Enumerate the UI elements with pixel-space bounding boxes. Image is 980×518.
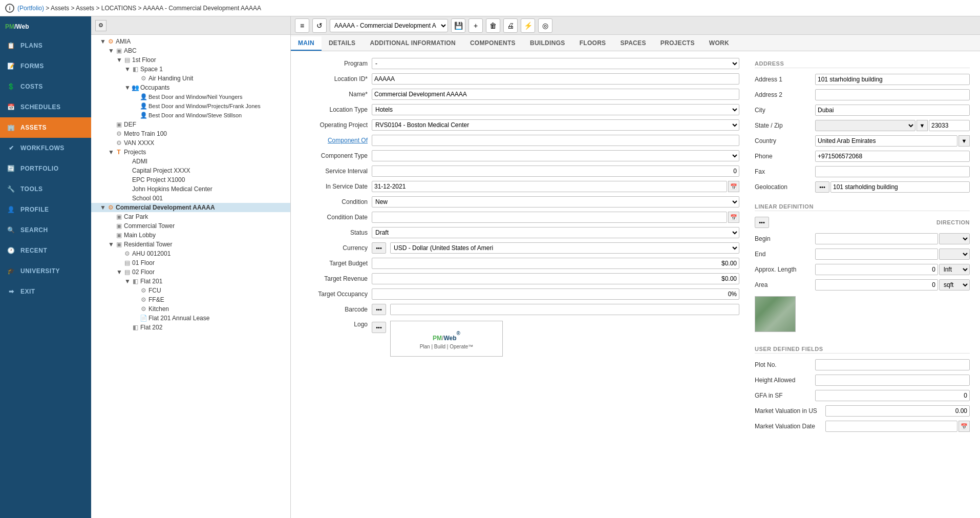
sidebar-item-portfolio[interactable]: 🔄 PORTFOLIO bbox=[0, 158, 91, 179]
program-select[interactable]: - bbox=[372, 58, 739, 69]
country-input[interactable] bbox=[815, 135, 957, 147]
tab-projects[interactable]: PROJECTS bbox=[653, 36, 702, 51]
in-service-date-input[interactable] bbox=[372, 181, 727, 192]
service-interval-input[interactable] bbox=[372, 165, 739, 177]
gfa-sf-input[interactable] bbox=[815, 390, 970, 401]
end-unit-select[interactable] bbox=[939, 248, 970, 260]
save-btn[interactable]: 💾 bbox=[451, 18, 465, 33]
tab-floors[interactable]: FLOORS bbox=[572, 36, 613, 51]
tab-details[interactable]: DETAILS bbox=[322, 36, 363, 51]
address2-input[interactable] bbox=[815, 89, 970, 100]
sidebar-item-profile[interactable]: 👤 PROFILE bbox=[0, 199, 91, 220]
tree-node-school[interactable]: School 001 bbox=[91, 194, 290, 203]
approx-length-unit-select[interactable]: lnft bbox=[939, 264, 970, 275]
state-select[interactable] bbox=[815, 120, 915, 131]
tree-node-epc[interactable]: EPC Project X1000 bbox=[91, 175, 290, 184]
sidebar-item-exit[interactable]: ➡ EXIT bbox=[0, 281, 91, 302]
target-revenue-input[interactable] bbox=[372, 273, 739, 284]
barcode-dots-btn[interactable]: ••• bbox=[372, 304, 386, 315]
tree-node-occupant2[interactable]: 👤 Best Door and Window/Projects/Frank Jo… bbox=[91, 101, 290, 111]
print-btn[interactable]: 🖨 bbox=[503, 18, 518, 33]
market-val-date-input[interactable] bbox=[825, 421, 957, 432]
sidebar-item-tools[interactable]: 🔧 TOOLS bbox=[0, 179, 91, 199]
add-btn[interactable]: + bbox=[468, 18, 483, 33]
logo-dots-btn[interactable]: ••• bbox=[372, 322, 386, 333]
menu-btn[interactable]: ≡ bbox=[295, 18, 309, 33]
tree-node-capital[interactable]: Capital Project XXXX bbox=[91, 166, 290, 175]
toggle-btn[interactable]: ◎ bbox=[538, 18, 552, 33]
tree-node-fcu[interactable]: ⚙ FCU bbox=[91, 286, 290, 295]
component-of-label[interactable]: Component Of bbox=[301, 137, 368, 144]
tree-node-ffe[interactable]: ⚙ FF&E bbox=[91, 295, 290, 304]
portfolio-link[interactable]: (Portfolio) bbox=[17, 5, 44, 12]
plot-no-input[interactable] bbox=[815, 359, 970, 370]
tree-node-occupant3[interactable]: 👤 Best Door and Window/Steve Stillson bbox=[91, 111, 290, 120]
tree-node-abc[interactable]: ▼ ▣ ABC bbox=[91, 46, 290, 55]
lightning-btn[interactable]: ⚡ bbox=[521, 18, 535, 33]
end-input[interactable] bbox=[815, 248, 938, 260]
tab-buildings[interactable]: BUILDINGS bbox=[523, 36, 572, 51]
condition-date-input[interactable] bbox=[372, 212, 727, 223]
tree-node-carpark[interactable]: ▣ Car Park bbox=[91, 212, 290, 221]
tree-node-admi[interactable]: ADMI bbox=[91, 157, 290, 166]
state-dropdown-btn[interactable]: ▼ bbox=[917, 120, 928, 131]
tree-node-kitchen[interactable]: ⚙ Kitchen bbox=[91, 304, 290, 314]
tree-node-flat201-lease[interactable]: 📄 Flat 201 Annual Lease bbox=[91, 314, 290, 323]
target-occupancy-input[interactable] bbox=[372, 288, 739, 300]
status-select[interactable]: Draft bbox=[372, 227, 739, 238]
tree-node-space1[interactable]: ▼ ◧ Space 1 bbox=[91, 65, 290, 74]
tree-node-commercial-dev[interactable]: ▼ ⚙ Commercial Development AAAAA bbox=[91, 203, 290, 212]
barcode-input[interactable] bbox=[390, 304, 739, 315]
tree-node-johns-hopkins[interactable]: John Hopkins Medical Center bbox=[91, 184, 290, 194]
sidebar-item-schedules[interactable]: 📅 SCHEDULES bbox=[0, 97, 91, 117]
address1-input[interactable] bbox=[815, 74, 970, 85]
begin-unit-select[interactable] bbox=[939, 233, 970, 244]
geolocation-input[interactable] bbox=[830, 181, 970, 193]
tree-filter-btn[interactable]: ⚙ bbox=[95, 20, 106, 31]
target-budget-input[interactable] bbox=[372, 258, 739, 269]
market-val-date-picker-btn[interactable]: 📅 bbox=[958, 421, 970, 432]
name-input[interactable] bbox=[372, 89, 739, 100]
undo-btn[interactable]: ↺ bbox=[312, 18, 327, 33]
sidebar-item-costs[interactable]: 💲 COSTS bbox=[0, 76, 91, 97]
tree-node-projects[interactable]: ▼ T Projects bbox=[91, 148, 290, 157]
sidebar-item-university[interactable]: 🎓 UNIVERSITY bbox=[0, 261, 91, 281]
delete-btn[interactable]: 🗑 bbox=[486, 18, 500, 33]
component-of-input[interactable] bbox=[372, 135, 739, 146]
sidebar-item-forms[interactable]: 📝 FORMS bbox=[0, 56, 91, 76]
operating-project-select[interactable]: RVS0104 - Boston Medical Center bbox=[372, 119, 739, 131]
tree-node-01floor[interactable]: ▤ 01 Floor bbox=[91, 258, 290, 267]
tab-work[interactable]: WORK bbox=[702, 36, 736, 51]
tree-node-main-lobby[interactable]: ▣ Main Lobby bbox=[91, 231, 290, 240]
sidebar-item-workflows[interactable]: ✔ WORKFLOWS bbox=[0, 138, 91, 158]
geolocation-dots-btn[interactable]: ••• bbox=[815, 181, 829, 193]
sidebar-item-search[interactable]: 🔍 SEARCH bbox=[0, 220, 91, 240]
tree-node-def[interactable]: ▣ DEF bbox=[91, 120, 290, 129]
sidebar-item-assets[interactable]: 🏢 ASSETS bbox=[0, 117, 91, 138]
tab-main[interactable]: MAIN bbox=[291, 36, 322, 51]
area-unit-select[interactable]: sqft bbox=[939, 279, 970, 291]
tree-node-occupant1[interactable]: 👤 Best Door and Window/Neil Youngers bbox=[91, 92, 290, 101]
fax-input[interactable] bbox=[815, 166, 970, 177]
info-icon[interactable]: i bbox=[5, 4, 14, 13]
linear-dots-btn[interactable]: ••• bbox=[755, 217, 769, 228]
sidebar-item-recent[interactable]: 🕐 RECENT bbox=[0, 240, 91, 261]
tree-node-02floor[interactable]: ▼ ▤ 02 Floor bbox=[91, 267, 290, 277]
date-picker-btn[interactable]: 📅 bbox=[728, 181, 739, 192]
tree-node-ahu[interactable]: ⚙ Air Handing Unit bbox=[91, 74, 290, 83]
location-id-input[interactable] bbox=[372, 73, 739, 85]
tree-node-commercial-tower[interactable]: ▣ Commercial Tower bbox=[91, 221, 290, 231]
sidebar-item-plans[interactable]: 📋 PLANS bbox=[0, 35, 91, 56]
market-val-us-input[interactable] bbox=[825, 405, 970, 417]
condition-select[interactable]: New bbox=[372, 196, 739, 208]
phone-input[interactable] bbox=[815, 151, 970, 162]
currency-select[interactable]: USD - Dollar (United States of Ameri bbox=[390, 242, 739, 254]
record-dropdown[interactable]: AAAAA - Commercial Development A bbox=[330, 19, 448, 32]
tree-node-van[interactable]: ⚙ VAN XXXX bbox=[91, 138, 290, 148]
tree-node-ahu0012001[interactable]: ⚙ AHU 0012001 bbox=[91, 249, 290, 258]
approx-length-input[interactable] bbox=[815, 264, 938, 275]
city-input[interactable] bbox=[815, 105, 970, 116]
tree-node-metrotrain[interactable]: ⚙ Metro Train 100 bbox=[91, 129, 290, 138]
condition-date-picker-btn[interactable]: 📅 bbox=[728, 212, 739, 223]
zip-input[interactable] bbox=[929, 120, 970, 131]
